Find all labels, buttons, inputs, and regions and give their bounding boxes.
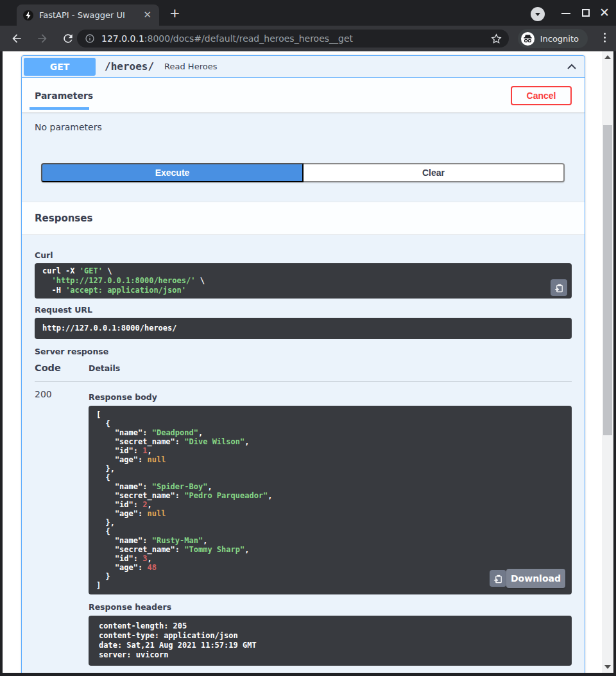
clear-button[interactable]: Clear	[304, 163, 565, 182]
responses-body: Curl curl -X 'GET' \ 'http://127.0.0.1:8…	[22, 235, 585, 673]
bookmark-star-icon[interactable]	[490, 33, 502, 45]
browser-window: FastAPI - Swagger UI ✕ + ✕ 127.0.0.1:800…	[0, 0, 616, 676]
cancel-button[interactable]: Cancel	[511, 86, 572, 105]
tab-title: FastAPI - Swagger UI	[39, 10, 142, 20]
collapse-button[interactable]	[564, 59, 579, 74]
response-headers-label: Response headers	[89, 602, 572, 612]
reload-button[interactable]	[62, 32, 74, 45]
url-host: 127.0.0.1	[101, 33, 144, 44]
curl-label: Curl	[35, 250, 572, 260]
tab-close-icon[interactable]: ✕	[142, 10, 153, 20]
tab-parameters-underline	[30, 107, 89, 110]
server-response-label: Server response	[35, 347, 572, 356]
kebab-menu-icon[interactable]	[604, 33, 606, 42]
curl-code-block: curl -X 'GET' \ 'http://127.0.0.1:8000/h…	[35, 263, 572, 299]
info-icon[interactable]	[85, 33, 95, 44]
endpoint-summary: Read Heroes	[164, 62, 564, 71]
browser-titlebar: FastAPI - Swagger UI ✕ + ✕	[0, 0, 616, 26]
incognito-badge: Incognito	[518, 29, 588, 48]
request-url-block: http://127.0.0.1:8000/heroes/	[35, 318, 572, 339]
minimize-button[interactable]	[561, 13, 570, 14]
endpoint-path: /heroes/	[105, 60, 154, 73]
forward-button[interactable]	[36, 32, 49, 45]
request-url-label: Request URL	[35, 305, 572, 315]
new-tab-button[interactable]: +	[169, 6, 180, 20]
maximize-button[interactable]	[582, 9, 590, 17]
parameters-section-header: Parameters Cancel	[22, 78, 585, 113]
response-details: Response body Do	[89, 382, 572, 666]
response-body-block: Download [ { "name": "Deadpond", "secret…	[89, 406, 572, 594]
browser-toolbar: 127.0.0.1:8000/docs#/default/read_heroes…	[0, 26, 616, 51]
browser-tab[interactable]: FastAPI - Swagger UI ✕	[17, 4, 159, 26]
chevron-up-icon	[565, 60, 578, 73]
execute-button-group: Execute Clear	[41, 163, 565, 182]
window-close-button[interactable]: ✕	[599, 5, 610, 19]
table-header: Code Details	[35, 363, 572, 382]
fastapi-favicon-icon	[23, 10, 33, 21]
copy-response-button[interactable]	[490, 570, 506, 587]
page-content: GET /heroes/ Read Heroes Parameters Canc…	[3, 51, 613, 673]
status-code: 200	[35, 382, 89, 666]
copy-curl-button[interactable]	[551, 279, 567, 296]
incognito-icon	[520, 31, 535, 46]
url-path: :8000/docs#/default/read_heroes_heroes__…	[144, 33, 353, 44]
scroll-down-arrow-icon[interactable]	[604, 665, 611, 669]
copy-icon	[493, 574, 503, 584]
response-headers-block: content-length: 205content-type: applica…	[89, 616, 572, 666]
responses-section-title: Responses	[22, 202, 585, 235]
chevron-down-icon	[535, 13, 540, 16]
http-method-badge: GET	[24, 58, 96, 76]
scroll-up-arrow-icon[interactable]	[604, 55, 611, 59]
code-column-header: Code	[35, 363, 89, 373]
server-response-table: Code Details 200 Response body	[35, 363, 572, 666]
opblock-get-heroes: GET /heroes/ Read Heroes Parameters Canc…	[21, 55, 585, 673]
swagger-page: GET /heroes/ Read Heroes Parameters Canc…	[3, 51, 602, 673]
copy-icon	[554, 283, 564, 293]
response-body-label: Response body	[89, 392, 572, 402]
back-button[interactable]	[10, 32, 23, 45]
tab-search-button[interactable]	[531, 7, 545, 21]
incognito-label: Incognito	[540, 34, 579, 44]
scrollbar-thumb[interactable]	[603, 125, 612, 435]
url-text[interactable]: 127.0.0.1:8000/docs#/default/read_heroes…	[101, 33, 490, 44]
table-row: 200 Response body	[35, 382, 572, 666]
no-parameters-text: No parameters	[22, 113, 585, 132]
page-scrollbar[interactable]	[602, 51, 613, 673]
opblock-header[interactable]: GET /heroes/ Read Heroes	[22, 56, 585, 78]
tab-parameters[interactable]: Parameters	[35, 91, 93, 101]
details-column-header: Details	[89, 363, 120, 373]
url-bar[interactable]: 127.0.0.1:8000/docs#/default/read_heroes…	[77, 30, 509, 48]
download-button[interactable]: Download	[506, 569, 565, 588]
execute-button[interactable]: Execute	[41, 163, 304, 182]
